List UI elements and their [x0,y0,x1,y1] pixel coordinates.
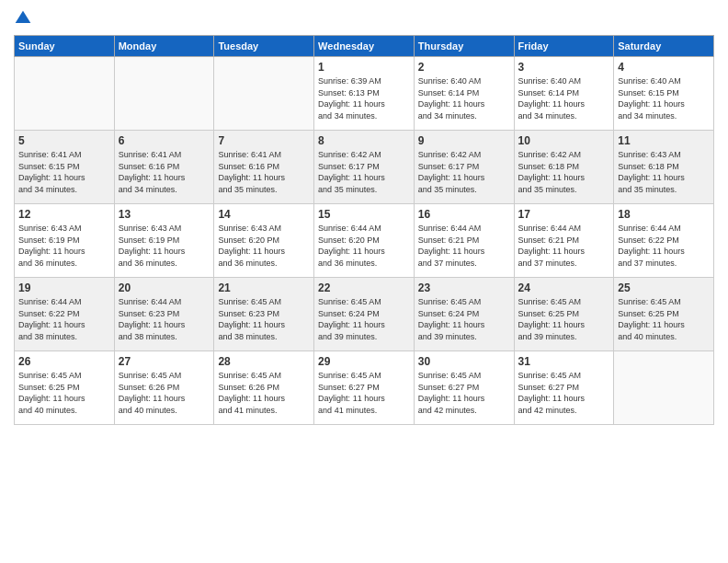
day-number: 1 [318,61,410,74]
calendar-cell: 3Sunrise: 6:40 AM Sunset: 6:14 PM Daylig… [514,57,614,131]
day-number: 8 [318,134,410,147]
day-number: 31 [518,355,610,368]
week-row-4: 19Sunrise: 6:44 AM Sunset: 6:22 PM Dayli… [15,278,714,351]
calendar-cell: 24Sunrise: 6:45 AM Sunset: 6:25 PM Dayli… [514,278,614,351]
day-number: 4 [618,61,710,74]
weekday-header-monday: Monday [114,36,214,57]
calendar-cell: 10Sunrise: 6:42 AM Sunset: 6:18 PM Dayli… [514,131,614,204]
day-info: Sunrise: 6:44 AM Sunset: 6:22 PM Dayligh… [618,223,710,269]
calendar-cell: 18Sunrise: 6:44 AM Sunset: 6:22 PM Dayli… [614,204,714,278]
calendar-cell [114,57,214,131]
day-number: 14 [218,208,310,221]
day-number: 16 [418,208,510,221]
day-number: 21 [218,282,310,294]
day-number: 11 [618,134,710,147]
week-row-5: 26Sunrise: 6:45 AM Sunset: 6:25 PM Dayli… [15,351,714,425]
day-number: 12 [18,208,110,221]
calendar-cell: 27Sunrise: 6:45 AM Sunset: 6:26 PM Dayli… [114,351,214,425]
day-info: Sunrise: 6:44 AM Sunset: 6:21 PM Dayligh… [418,223,510,269]
week-row-1: 1Sunrise: 6:39 AM Sunset: 6:13 PM Daylig… [15,57,714,131]
calendar-cell: 30Sunrise: 6:45 AM Sunset: 6:27 PM Dayli… [414,351,514,425]
day-info: Sunrise: 6:45 AM Sunset: 6:26 PM Dayligh… [119,370,210,416]
day-number: 27 [119,355,210,368]
day-info: Sunrise: 6:45 AM Sunset: 6:26 PM Dayligh… [218,370,310,416]
calendar-cell: 16Sunrise: 6:44 AM Sunset: 6:21 PM Dayli… [414,204,514,278]
page: SundayMondayTuesdayWednesdayThursdayFrid… [0,0,728,563]
calendar-cell [214,57,314,131]
day-number: 19 [18,282,110,294]
day-number: 18 [618,208,710,221]
calendar-cell: 31Sunrise: 6:45 AM Sunset: 6:27 PM Dayli… [514,351,614,425]
logo [14,9,36,28]
day-info: Sunrise: 6:40 AM Sunset: 6:15 PM Dayligh… [618,75,710,121]
day-info: Sunrise: 6:44 AM Sunset: 6:21 PM Dayligh… [518,223,610,269]
day-number: 13 [119,208,210,221]
day-info: Sunrise: 6:43 AM Sunset: 6:19 PM Dayligh… [18,223,110,269]
weekday-header-wednesday: Wednesday [314,36,415,57]
calendar-cell: 8Sunrise: 6:42 AM Sunset: 6:17 PM Daylig… [314,131,415,204]
day-info: Sunrise: 6:40 AM Sunset: 6:14 PM Dayligh… [418,75,510,121]
day-info: Sunrise: 6:42 AM Sunset: 6:18 PM Dayligh… [518,149,610,195]
day-info: Sunrise: 6:45 AM Sunset: 6:27 PM Dayligh… [418,370,510,416]
calendar-cell: 28Sunrise: 6:45 AM Sunset: 6:26 PM Dayli… [214,351,314,425]
calendar-cell: 12Sunrise: 6:43 AM Sunset: 6:19 PM Dayli… [15,204,115,278]
day-number: 22 [318,282,410,294]
week-row-2: 5Sunrise: 6:41 AM Sunset: 6:15 PM Daylig… [15,131,714,204]
calendar-cell: 4Sunrise: 6:40 AM Sunset: 6:15 PM Daylig… [614,57,714,131]
calendar-cell: 14Sunrise: 6:43 AM Sunset: 6:20 PM Dayli… [214,204,314,278]
calendar-cell: 17Sunrise: 6:44 AM Sunset: 6:21 PM Dayli… [514,204,614,278]
weekday-header-row: SundayMondayTuesdayWednesdayThursdayFrid… [15,36,714,57]
day-number: 24 [518,282,610,294]
weekday-header-saturday: Saturday [614,36,714,57]
calendar-cell: 11Sunrise: 6:43 AM Sunset: 6:18 PM Dayli… [614,131,714,204]
calendar-cell: 21Sunrise: 6:45 AM Sunset: 6:23 PM Dayli… [214,278,314,351]
calendar-cell: 13Sunrise: 6:43 AM Sunset: 6:19 PM Dayli… [114,204,214,278]
day-number: 28 [218,355,310,368]
day-number: 17 [518,208,610,221]
calendar-cell: 29Sunrise: 6:45 AM Sunset: 6:27 PM Dayli… [314,351,415,425]
calendar-cell: 6Sunrise: 6:41 AM Sunset: 6:16 PM Daylig… [114,131,214,204]
calendar-cell: 20Sunrise: 6:44 AM Sunset: 6:23 PM Dayli… [114,278,214,351]
weekday-header-thursday: Thursday [414,36,514,57]
day-number: 9 [418,134,510,147]
calendar-cell: 2Sunrise: 6:40 AM Sunset: 6:14 PM Daylig… [414,57,514,131]
svg-marker-0 [16,11,31,23]
calendar-cell: 23Sunrise: 6:45 AM Sunset: 6:24 PM Dayli… [414,278,514,351]
day-info: Sunrise: 6:45 AM Sunset: 6:25 PM Dayligh… [518,296,610,342]
day-info: Sunrise: 6:41 AM Sunset: 6:15 PM Dayligh… [18,149,110,195]
day-info: Sunrise: 6:45 AM Sunset: 6:24 PM Dayligh… [318,296,410,342]
day-number: 15 [318,208,410,221]
day-info: Sunrise: 6:43 AM Sunset: 6:18 PM Dayligh… [618,149,710,195]
day-number: 30 [418,355,510,368]
weekday-header-friday: Friday [514,36,614,57]
day-info: Sunrise: 6:40 AM Sunset: 6:14 PM Dayligh… [518,75,610,121]
calendar-cell: 7Sunrise: 6:41 AM Sunset: 6:16 PM Daylig… [214,131,314,204]
calendar-cell: 19Sunrise: 6:44 AM Sunset: 6:22 PM Dayli… [15,278,115,351]
day-info: Sunrise: 6:45 AM Sunset: 6:25 PM Dayligh… [18,370,110,416]
calendar-cell: 15Sunrise: 6:44 AM Sunset: 6:20 PM Dayli… [314,204,415,278]
day-info: Sunrise: 6:44 AM Sunset: 6:23 PM Dayligh… [119,296,210,342]
day-number: 25 [618,282,710,294]
day-info: Sunrise: 6:39 AM Sunset: 6:13 PM Dayligh… [318,75,410,121]
calendar-cell [614,351,714,425]
day-info: Sunrise: 6:42 AM Sunset: 6:17 PM Dayligh… [318,149,410,195]
day-number: 3 [518,61,610,74]
day-number: 7 [218,134,310,147]
day-info: Sunrise: 6:44 AM Sunset: 6:22 PM Dayligh… [18,296,110,342]
day-info: Sunrise: 6:43 AM Sunset: 6:20 PM Dayligh… [218,223,310,269]
logo-icon [14,9,32,28]
calendar-table: SundayMondayTuesdayWednesdayThursdayFrid… [14,35,714,425]
weekday-header-sunday: Sunday [15,36,115,57]
day-info: Sunrise: 6:44 AM Sunset: 6:20 PM Dayligh… [318,223,410,269]
day-number: 2 [418,61,510,74]
day-info: Sunrise: 6:43 AM Sunset: 6:19 PM Dayligh… [119,223,210,269]
calendar-cell: 22Sunrise: 6:45 AM Sunset: 6:24 PM Dayli… [314,278,415,351]
week-row-3: 12Sunrise: 6:43 AM Sunset: 6:19 PM Dayli… [15,204,714,278]
day-number: 20 [119,282,210,294]
weekday-header-tuesday: Tuesday [214,36,314,57]
header [14,9,714,28]
day-info: Sunrise: 6:45 AM Sunset: 6:24 PM Dayligh… [418,296,510,342]
calendar-cell: 1Sunrise: 6:39 AM Sunset: 6:13 PM Daylig… [314,57,415,131]
calendar-cell [15,57,115,131]
day-info: Sunrise: 6:45 AM Sunset: 6:23 PM Dayligh… [218,296,310,342]
